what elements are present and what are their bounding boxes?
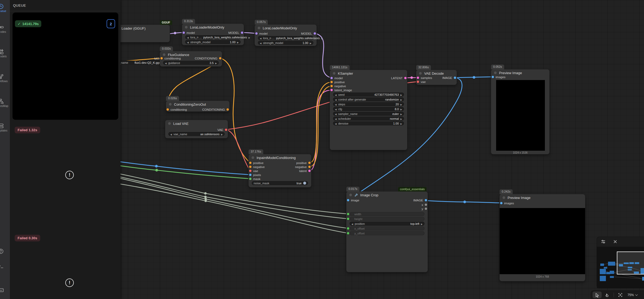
next-arrow-icon[interactable] bbox=[400, 103, 402, 106]
next-arrow-icon[interactable] bbox=[421, 222, 423, 225]
y-offset-port-dot[interactable] bbox=[347, 232, 349, 234]
conditioning-port-dot[interactable] bbox=[219, 57, 221, 59]
prev-arrow-icon[interactable] bbox=[335, 112, 337, 115]
input-conditioning[interactable]: conditioning bbox=[167, 107, 187, 111]
minimap-panel[interactable] bbox=[597, 237, 644, 288]
sidebar-item-templates[interactable]: plates bbox=[0, 123, 10, 132]
int-port-dot[interactable] bbox=[425, 204, 427, 206]
input-vae[interactable]: vae bbox=[417, 80, 426, 84]
conditioning-port-dot[interactable] bbox=[330, 81, 333, 83]
next-arrow-icon[interactable] bbox=[321, 37, 323, 40]
latent-port-dot[interactable] bbox=[417, 77, 419, 79]
node-ksampler[interactable]: 14061.131s KSampler model positive negat… bbox=[330, 70, 407, 150]
next-arrow-icon[interactable] bbox=[400, 98, 402, 101]
preview-image-output[interactable] bbox=[496, 80, 545, 151]
vae-port-dot[interactable] bbox=[249, 170, 252, 172]
widget-control-after-generate[interactable]: control after generate randomize bbox=[333, 97, 404, 101]
widget-vae-name[interactable]: vae_name ae.safetensors bbox=[168, 132, 225, 136]
latent-port-dot[interactable] bbox=[308, 170, 311, 172]
prev-arrow-icon[interactable] bbox=[335, 122, 337, 125]
collapse-dot[interactable] bbox=[503, 196, 505, 199]
node-conditioning-zero-out[interactable]: 0.026s ConditioningZeroOut conditioning … bbox=[166, 101, 229, 111]
model-port-dot[interactable] bbox=[255, 32, 258, 35]
prev-arrow-icon[interactable] bbox=[335, 103, 337, 106]
vae-port-dot[interactable] bbox=[417, 81, 419, 83]
image-port-dot[interactable] bbox=[425, 199, 427, 201]
input-samples[interactable]: samples bbox=[417, 76, 432, 80]
job-count-badge[interactable]: 2 bbox=[107, 19, 115, 28]
output-image[interactable]: IMAGE bbox=[413, 198, 427, 202]
int-port-dot[interactable] bbox=[425, 208, 427, 210]
prev-arrow-icon[interactable] bbox=[351, 222, 353, 225]
node-preview-image-2[interactable]: 0.242s Preview Image images 1024 x 768 bbox=[500, 194, 585, 281]
vae-port-dot[interactable] bbox=[225, 129, 227, 131]
minimap-close-icon[interactable] bbox=[613, 239, 618, 244]
collapse-dot[interactable] bbox=[494, 71, 497, 74]
collapse-dot[interactable] bbox=[169, 103, 172, 106]
widget-strength-model[interactable]: strength_model 1.00 bbox=[258, 41, 313, 45]
widget-x-offset-disabled[interactable]: x_offset bbox=[350, 226, 424, 230]
widget-cfg[interactable]: cfg 8.0 bbox=[333, 107, 404, 111]
input-model[interactable]: model bbox=[255, 31, 268, 35]
prev-arrow-icon[interactable] bbox=[335, 98, 337, 101]
conditioning-port-dot[interactable] bbox=[330, 85, 333, 87]
next-arrow-icon[interactable] bbox=[249, 36, 250, 39]
next-arrow-icon[interactable] bbox=[310, 41, 311, 45]
node-title[interactable]: LoraLoaderModelOnly bbox=[182, 24, 244, 31]
conditioning-port-dot[interactable] bbox=[308, 166, 311, 168]
preview-image-output[interactable] bbox=[500, 208, 585, 274]
input-conditioning[interactable]: conditioning bbox=[160, 56, 181, 60]
next-arrow-icon[interactable] bbox=[221, 133, 223, 136]
prev-arrow-icon[interactable] bbox=[335, 117, 337, 120]
node-lora-loader-2[interactable]: 0.057s LoraLoaderModelOnly model MODEL l… bbox=[255, 25, 317, 46]
output-y[interactable]: y bbox=[422, 207, 427, 211]
mask-port-dot[interactable] bbox=[249, 178, 252, 180]
toggle-knob[interactable] bbox=[303, 182, 306, 185]
output-latent[interactable]: latent bbox=[299, 169, 311, 173]
node-image-crop[interactable]: 0.017s comfyui_essentials Image Crop ima… bbox=[346, 192, 428, 272]
node-title[interactable]: LoraLoaderModelOnly bbox=[255, 25, 317, 31]
collapse-dot[interactable] bbox=[349, 194, 352, 196]
widget-strength-model[interactable]: strength_model 1.00 bbox=[185, 40, 241, 44]
pan-tool-button[interactable] bbox=[603, 292, 612, 298]
node-title[interactable]: Image Crop bbox=[346, 192, 428, 198]
input-model[interactable]: model bbox=[183, 31, 195, 35]
input-positive[interactable]: positive bbox=[249, 161, 264, 165]
next-arrow-icon[interactable] bbox=[400, 112, 402, 115]
fit-view-button[interactable] bbox=[616, 292, 625, 298]
input-images[interactable]: images bbox=[492, 75, 505, 79]
sidebar-item-nodes-map[interactable]: esMap bbox=[0, 98, 10, 107]
widget-seed[interactable]: seed 427307703490763 bbox=[333, 93, 404, 97]
node-inpaint-model-conditioning[interactable]: 37.176s InpaintModelConditioning positiv… bbox=[249, 154, 311, 187]
minimap-settings-icon[interactable] bbox=[601, 239, 606, 244]
widget-steps[interactable]: steps 20 bbox=[333, 102, 404, 106]
widget-y-offset-disabled[interactable]: y_offset bbox=[350, 231, 424, 235]
widget-noise-mask-toggle[interactable]: noise_mask true bbox=[252, 181, 308, 185]
sidebar-item-terminal[interactable] bbox=[0, 263, 10, 269]
output-latent[interactable]: LATENT bbox=[391, 76, 407, 80]
node-title[interactable]: InpaintModelConditioning bbox=[249, 154, 311, 161]
node-load-vae[interactable]: Load VAE VAE vae_name ae.safetensors bbox=[165, 120, 228, 138]
prev-arrow-icon[interactable] bbox=[335, 93, 337, 96]
widget-sampler-name[interactable]: sampler_name euler bbox=[333, 112, 404, 116]
image-port-dot[interactable] bbox=[454, 77, 456, 79]
prev-arrow-icon[interactable] bbox=[170, 133, 172, 136]
next-arrow-icon[interactable] bbox=[400, 93, 402, 96]
input-images[interactable]: images bbox=[500, 201, 514, 205]
input-positive[interactable]: positive bbox=[330, 80, 345, 84]
model-port-dot[interactable] bbox=[183, 31, 185, 34]
collapse-dot[interactable] bbox=[419, 72, 422, 75]
latent-port-dot[interactable] bbox=[404, 77, 407, 79]
prev-arrow-icon[interactable] bbox=[260, 41, 261, 45]
model-port-dot[interactable] bbox=[241, 31, 243, 34]
image-port-dot[interactable] bbox=[249, 174, 252, 176]
prev-arrow-icon[interactable] bbox=[187, 36, 189, 39]
widget-height-disabled[interactable]: height bbox=[350, 217, 424, 221]
node-preview-image-1[interactable]: 0.052s Preview Image images 1024 x 1536 bbox=[491, 69, 549, 154]
next-arrow-icon[interactable] bbox=[237, 41, 239, 44]
node-title[interactable]: Load VAE bbox=[165, 120, 228, 127]
x-offset-port-dot[interactable] bbox=[347, 227, 349, 230]
input-model[interactable]: model bbox=[330, 76, 343, 80]
conditioning-port-dot[interactable] bbox=[249, 166, 252, 168]
widget-lora-name[interactable]: lora_n ... pytorch_lora_weights.safetens… bbox=[185, 35, 241, 39]
